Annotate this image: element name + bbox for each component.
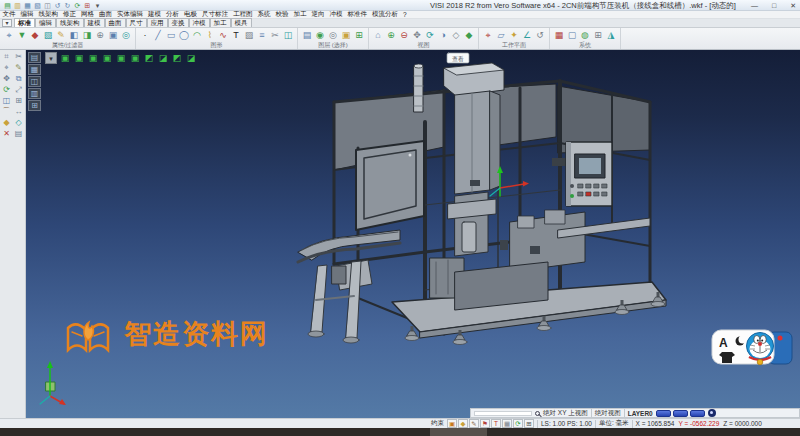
view-cube-top-icon[interactable]: ▣ (59, 52, 71, 64)
menu-item[interactable]: 校验 (273, 10, 291, 19)
lp-cut-icon[interactable]: ✂ (13, 52, 24, 62)
lp-frame-icon[interactable]: ⌖ (1, 63, 12, 73)
view-cube-iso3-icon[interactable]: ◩ (171, 52, 183, 64)
lp-surface-icon[interactable]: ◇ (13, 118, 24, 128)
theme-toggle-icon[interactable] (708, 409, 716, 417)
toolbar-tab[interactable]: 应用 (147, 18, 168, 27)
hatch-icon[interactable]: ▨ (243, 29, 255, 42)
view-cube-right-icon[interactable]: ▣ (129, 52, 141, 64)
lp-dim-icon[interactable]: ↔ (13, 107, 24, 117)
lp-delete-icon[interactable]: ✕ (1, 129, 12, 139)
view-cube-back-icon[interactable]: ▣ (101, 52, 113, 64)
toolbar-tab[interactable]: 建模 (84, 18, 105, 27)
zoom-fit-icon[interactable]: ⌂ (372, 29, 384, 42)
filter-icon[interactable]: ▼ (16, 29, 28, 42)
attr-icon[interactable]: ✎ (55, 29, 67, 42)
vt-section-icon[interactable]: ▥ (28, 88, 41, 99)
toolbar-tab[interactable]: 标准 (14, 18, 35, 27)
3d-viewport[interactable]: 查看 ▾▣▣▣▣▣▣◩◪◩◪ ▤▦◫▥⊞ (26, 50, 800, 418)
menu-item[interactable]: 标准件 (345, 10, 370, 19)
plane-xy-icon[interactable]: ▱ (495, 29, 507, 42)
layer-lock-icon[interactable]: ▣ (340, 29, 352, 42)
line-icon[interactable]: ╱ (152, 29, 164, 42)
menu-item[interactable]: 冲模 (327, 10, 345, 19)
open-file-icon[interactable]: ▥ (13, 1, 22, 10)
view-cube-bottom-icon[interactable]: ▣ (73, 52, 85, 64)
sys-monitor-icon[interactable]: ▢ (566, 29, 578, 42)
menu-item[interactable]: ? (401, 11, 410, 18)
layer-on-icon[interactable]: ◉ (314, 29, 326, 42)
sys-world-icon[interactable]: ◍ (579, 29, 591, 42)
menu-item[interactable]: 逆向 (309, 10, 327, 19)
undo-icon[interactable]: ↺ (53, 1, 62, 10)
mirror-icon[interactable]: ◫ (282, 29, 294, 42)
iso-view-icon[interactable]: ◆ (463, 29, 475, 42)
lp-rotate-icon[interactable]: ⟳ (1, 85, 12, 95)
snap-point-icon[interactable]: ◆ (458, 419, 468, 428)
spline-icon[interactable]: ∿ (217, 29, 229, 42)
layer-off-icon[interactable]: ◎ (327, 29, 339, 42)
toolbar-tab[interactable]: 编辑 (35, 18, 56, 27)
select-icon[interactable]: ⌖ (3, 29, 15, 42)
wcs-icon[interactable]: ⌖ (482, 29, 494, 42)
plane-reset-icon[interactable]: ↺ (534, 29, 546, 42)
save-all-icon[interactable]: ▧ (33, 1, 42, 10)
toolbar-tab[interactable]: 曲面 (105, 18, 126, 27)
rect-icon[interactable]: ▭ (165, 29, 177, 42)
input-method-sticker[interactable]: A (710, 324, 794, 374)
view-menu-button[interactable]: ▾ (45, 52, 57, 64)
close-button[interactable]: ✕ (790, 0, 796, 11)
lp-measure-icon[interactable]: ⌒ (1, 107, 12, 117)
vt-grid-icon[interactable]: ⊞ (28, 100, 41, 111)
wireframe-icon[interactable]: ◇ (450, 29, 462, 42)
snap-text-icon[interactable]: T (491, 419, 501, 428)
lp-solid-icon[interactable]: ◆ (1, 118, 12, 128)
snap-table-icon[interactable]: ▦ (502, 419, 512, 428)
rotate-view-icon[interactable]: ⟳ (424, 29, 436, 42)
minimize-button[interactable]: — (751, 0, 758, 11)
nav-button-3[interactable] (690, 410, 705, 417)
trim-icon[interactable]: ✂ (269, 29, 281, 42)
more-icon[interactable]: ▾ (93, 1, 102, 10)
brush-icon[interactable]: ◧ (68, 29, 80, 42)
snap-refresh-icon[interactable]: ⟳ (513, 419, 523, 428)
search-icon[interactable] (535, 411, 540, 416)
absolute-view-label[interactable]: 绝对视图 (595, 409, 621, 418)
settings-icon[interactable]: ⊞ (83, 1, 92, 10)
sys-palette-icon[interactable]: ▦ (553, 29, 565, 42)
vt-wire-icon[interactable]: ◫ (28, 76, 41, 87)
layer-new-icon[interactable]: ⊞ (353, 29, 365, 42)
save-icon[interactable]: ▦ (23, 1, 32, 10)
nav-button-2[interactable] (673, 410, 688, 417)
vt-hidden-line-icon[interactable]: ▦ (28, 64, 41, 75)
sys-grid-icon[interactable]: ⊞ (592, 29, 604, 42)
absolute-xy-view-label[interactable]: 绝对 XY 上视图 (543, 409, 588, 418)
refresh-icon[interactable]: ⟳ (73, 1, 82, 10)
lp-scale-icon[interactable]: ⤢ (13, 85, 24, 95)
sys-info-icon[interactable]: ◮ (605, 29, 617, 42)
toolbar-tab[interactable]: 冲模 (189, 18, 210, 27)
active-layer-label[interactable]: LAYER0 (628, 410, 653, 417)
toolbar-tab[interactable]: 模具 (231, 18, 252, 27)
vt-shaded-icon[interactable]: ▤ (28, 52, 41, 63)
redo-icon[interactable]: ↻ (63, 1, 72, 10)
menu-item[interactable]: 系统 (255, 10, 273, 19)
status-input[interactable] (474, 411, 532, 416)
snap-grid-icon[interactable]: ▣ (447, 419, 457, 428)
print-icon[interactable]: ◫ (43, 1, 52, 10)
toolbar-tab[interactable]: 变换 (168, 18, 189, 27)
layer-icon[interactable]: ▧ (42, 29, 54, 42)
lp-props-icon[interactable]: ▤ (13, 129, 24, 139)
group-icon[interactable]: ▣ (107, 29, 119, 42)
lp-mirror-icon[interactable]: ◫ (1, 96, 12, 106)
zoom-in-icon[interactable]: ⊕ (385, 29, 397, 42)
offset-icon[interactable]: ≡ (256, 29, 268, 42)
polyline-icon[interactable]: ⌇ (204, 29, 216, 42)
lp-select-icon[interactable]: ⌗ (1, 52, 12, 62)
menu-item[interactable]: 加工 (291, 10, 309, 19)
new-file-icon[interactable]: ▤ (3, 1, 12, 10)
plane-set-icon[interactable]: ✦ (508, 29, 520, 42)
view-cube-iso4-icon[interactable]: ◪ (185, 52, 197, 64)
mask-icon[interactable]: ◎ (120, 29, 132, 42)
text-icon[interactable]: T (230, 29, 242, 42)
